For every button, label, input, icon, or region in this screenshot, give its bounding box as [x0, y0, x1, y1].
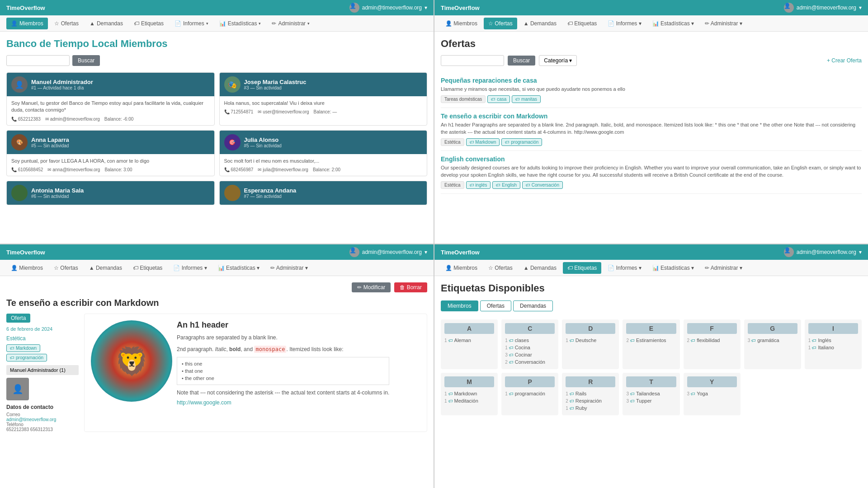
nav-estadisticas-1[interactable]: 📊 Estadísticas ▾ [215, 18, 266, 29]
nav-miembros-1[interactable]: 👤 Miembros [6, 18, 48, 29]
member-card-4[interactable]: 🎯 Julia Alonso #5 — Sin actividad Soc mo… [219, 130, 428, 176]
nav-demandas-4[interactable]: ▲ Demandas [519, 262, 561, 274]
tag-programacion[interactable]: 🏷 programación [501, 138, 542, 146]
tag-tailandesa[interactable]: 3🏷Tailandesa [626, 390, 676, 397]
tag-conversacion[interactable]: 🏷 Conversación [522, 181, 563, 189]
tag-markdown[interactable]: 🏷 Markdown [466, 138, 500, 146]
tag-aleman[interactable]: 1🏷Aleman [444, 337, 494, 344]
filter-miembros[interactable]: Miembros [441, 300, 478, 311]
tag-markdown-2[interactable]: 1🏷Markdown [444, 390, 494, 397]
detail-content-wrapper: ✏ Modificar 🗑 Borrar Te enseño a escribi… [0, 276, 434, 488]
tag-casa[interactable]: 🏷 casa [487, 95, 510, 103]
nav-demandas-2[interactable]: ▲ Demandas [519, 18, 561, 29]
detail-layout: Oferta 6 de febrero de 2024 Estética 🏷 M… [6, 314, 427, 432]
member-name-6: Esperanza Andana [244, 187, 297, 194]
tag-conversacion-2[interactable]: 2🏷Conversación [505, 358, 555, 366]
nav-etiquetas-4[interactable]: 🏷 Etiquetas [563, 262, 601, 274]
tag-flexibilidad[interactable]: 2🏷flexibilidad [687, 337, 737, 344]
admin-email-4[interactable]: admin@timeoverflow.org [797, 249, 856, 255]
tag-cocina-1[interactable]: 1🏷Cocina [505, 344, 555, 351]
tag-meditacion[interactable]: 1🏷Meditación [444, 397, 494, 404]
nav-informes-4[interactable]: 📄 Informes ▾ [603, 262, 646, 274]
tag-estiramientos[interactable]: 2🏷Estiramientos [626, 337, 676, 344]
detail-tag-programacion[interactable]: 🏷 programación [6, 354, 47, 361]
tag-tupper[interactable]: 3🏷Tupper [626, 397, 676, 404]
admin-email-3[interactable]: admin@timeoverflow.org [362, 249, 422, 255]
nav-etiquetas-2[interactable]: 🏷 Etiquetas [563, 18, 601, 29]
nav-administrar-2[interactable]: ✏ Administrar ▾ [700, 18, 747, 29]
nav-etiquetas-1[interactable]: 🏷 Etiquetas [129, 18, 168, 29]
search-button-2[interactable]: Buscar [508, 56, 535, 66]
nav-demandas-1[interactable]: ▲ Demandas [85, 18, 127, 29]
search-button-1[interactable]: Buscar [72, 55, 100, 66]
tag-italiano[interactable]: 1🏷Italiano [808, 344, 858, 351]
nav-ofertas-4[interactable]: ☆ Ofertas [484, 262, 517, 274]
nav-ofertas-3[interactable]: ☆ Ofertas [49, 262, 83, 274]
member-card-6[interactable]: Esperanza Andana #7 — Sin actividad [219, 181, 428, 205]
caret-icon-3: ▾ [425, 249, 427, 255]
member-header-5: Antonia Maria Sala #6 — Sin actividad [7, 181, 214, 205]
member-card-2[interactable]: 🎭 Josep Maria Calastruc #3 — Sin activid… [219, 72, 428, 126]
nav-administrar-4[interactable]: ✏ Administrar ▾ [700, 262, 747, 274]
detail-header: ✏ Modificar 🗑 Borrar [6, 282, 427, 292]
nav-ofertas-1[interactable]: ☆ Ofertas [50, 18, 83, 29]
tag-deutsche[interactable]: 1🏷Deutsche [566, 337, 615, 344]
offer-title-2[interactable]: Te enseño a escribir con Markdown [441, 113, 862, 120]
offer-title-3[interactable]: English conversation [441, 155, 862, 163]
tag-clases[interactable]: 1🏷clases [505, 337, 555, 344]
md-link[interactable]: http://www.google.com [177, 399, 231, 406]
filter-ofertas[interactable]: Ofertas [480, 300, 511, 311]
member-card-5[interactable]: Antonia Maria Sala #6 — Sin actividad [6, 181, 215, 205]
tag-ruby[interactable]: 1🏷Ruby [566, 404, 615, 412]
admin-email-2[interactable]: admin@timeoverflow.org [797, 5, 856, 11]
nav-estadisticas-3[interactable]: 📊 Estadísticas ▾ [213, 262, 264, 274]
offer-title-1[interactable]: Pequeñas reparaciones de casa [441, 77, 862, 84]
tag-rails[interactable]: 1🏷Rails [566, 390, 615, 397]
modificar-button[interactable]: ✏ Modificar [352, 282, 391, 292]
app-logo-1: TimeOverflow [6, 5, 45, 11]
offer-detail-tags: 🏷 Markdown 🏷 programación [6, 344, 79, 361]
search-input-2[interactable] [441, 55, 504, 66]
tag-estetica-2[interactable]: Estética [441, 181, 464, 189]
letter-group-a: A 1🏷Aleman [441, 319, 498, 369]
tag-gramatica[interactable]: 3🏷gramática [748, 337, 797, 344]
admin-email-1[interactable]: admin@timeoverflow.org [362, 5, 422, 11]
member-card-3[interactable]: 🎨 Anna Laparra #5 — Sin actividad Soy pu… [6, 130, 215, 176]
nav-administrar-3[interactable]: ✏ Administrar ▾ [266, 262, 312, 274]
nav-miembros-2[interactable]: 👤 Miembros [441, 18, 482, 29]
nav-informes-2[interactable]: 📄 Informes ▾ [603, 18, 646, 29]
member-body-1: Soy Manuel, tu gestor del Banco de Tiemp… [7, 96, 214, 125]
nav-informes-1[interactable]: 📄 Informes ▾ [170, 18, 213, 29]
tag-programacion-2[interactable]: 1🏷programación [505, 390, 555, 397]
member-name-3: Anna Laparra [31, 136, 69, 143]
tag-english[interactable]: 🏷 English [492, 181, 520, 189]
tag-cocinar[interactable]: 3🏷Cocinar [505, 351, 555, 358]
panel-offer-detail: TimeOverflow 👤 admin@timeoverflow.org ▾ … [0, 244, 434, 488]
detail-tag-markdown[interactable]: 🏷 Markdown [6, 344, 40, 352]
nav-administrar-1[interactable]: ✏ Administrar ▾ [267, 18, 314, 29]
tag-tareas[interactable]: Tareas domésticas [441, 95, 486, 103]
tag-yoga[interactable]: 3🏷Yoga [687, 390, 737, 397]
filter-demandas[interactable]: Demandas [513, 300, 553, 311]
nav-etiquetas-3[interactable]: 🏷 Etiquetas [128, 262, 167, 274]
search-input-1[interactable] [6, 55, 70, 66]
borrar-button[interactable]: 🗑 Borrar [394, 282, 427, 292]
nav-informes-3[interactable]: 📄 Informes ▾ [169, 262, 211, 274]
categoria-button[interactable]: Categoría ▾ [539, 55, 577, 66]
email-value[interactable]: admin@timeoverflow.org [6, 417, 79, 422]
nav-miembros-3[interactable]: 👤 Miembros [6, 262, 47, 274]
nav-miembros-4[interactable]: 👤 Miembros [441, 262, 482, 274]
nav-ofertas-2[interactable]: ☆ Ofertas [484, 18, 517, 29]
member-sub-1: #1 — Actividad hace 1 día [31, 85, 93, 90]
crear-oferta-button[interactable]: + Crear Oferta [827, 57, 862, 64]
tag-manitas[interactable]: 🏷 manitas [512, 95, 541, 103]
tag-ingles[interactable]: 🏷 inglés [466, 181, 491, 189]
letter-e: E [626, 323, 676, 334]
nav-estadisticas-2[interactable]: 📊 Estadísticas ▾ [648, 18, 698, 29]
tag-estetica-1[interactable]: Estética [441, 138, 464, 146]
member-card-1[interactable]: 👤 Manuel Administrador #1 — Actividad ha… [6, 72, 215, 126]
nav-demandas-3[interactable]: ▲ Demandas [85, 262, 127, 274]
nav-estadisticas-4[interactable]: 📊 Estadísticas ▾ [648, 262, 698, 274]
tag-respiracion[interactable]: 2🏷Respiración [566, 397, 615, 404]
tag-ingles-2[interactable]: 1🏷Inglés [808, 337, 858, 344]
